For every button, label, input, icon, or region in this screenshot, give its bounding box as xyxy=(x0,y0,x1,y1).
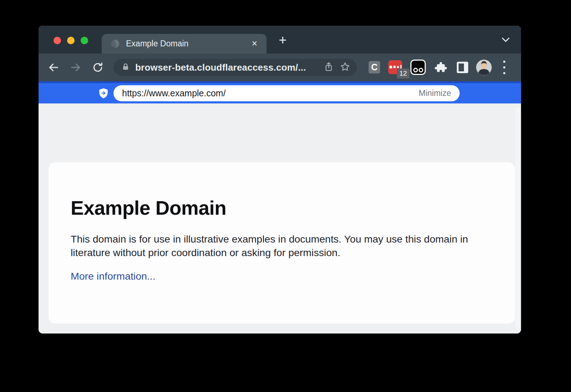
traffic-lights xyxy=(54,37,88,44)
lock-icon xyxy=(121,62,130,72)
globe-favicon-icon xyxy=(110,39,120,49)
forward-button[interactable] xyxy=(68,60,84,75)
address-bar-url[interactable]: browser-beta.cloudflareaccess.com/... xyxy=(135,62,319,73)
scrollbar[interactable] xyxy=(515,107,520,329)
tab-strip: Example Domain × + xyxy=(39,26,521,54)
extension-c-icon[interactable]: C xyxy=(369,61,380,73)
remote-url-input[interactable]: https://www.example.com/ Minimize xyxy=(113,85,460,101)
remote-url-value[interactable]: https://www.example.com/ xyxy=(122,88,419,98)
profile-avatar[interactable] xyxy=(476,60,492,75)
bookmark-star-icon[interactable] xyxy=(340,61,350,73)
tab-example-domain[interactable]: Example Domain × xyxy=(102,34,267,54)
zoom-window-button[interactable] xyxy=(81,37,88,44)
new-tab-button[interactable]: + xyxy=(276,33,290,47)
close-window-button[interactable] xyxy=(54,37,61,44)
page-viewport: Example Domain This domain is for use in… xyxy=(39,103,521,334)
page-paragraph: This domain is for use in illustrative e… xyxy=(71,232,481,259)
browser-menu-icon[interactable] xyxy=(502,61,506,74)
reload-button[interactable] xyxy=(90,60,106,75)
side-panel-icon[interactable] xyxy=(457,62,468,73)
browser-toolbar: browser-beta.cloudflareaccess.com/... C … xyxy=(39,54,521,81)
minimize-window-button[interactable] xyxy=(67,37,75,44)
browser-window: Example Domain × + xyxy=(39,26,521,334)
tab-search-chevron-icon[interactable] xyxy=(500,36,511,44)
tab-close-icon[interactable]: × xyxy=(251,39,258,49)
address-bar[interactable]: browser-beta.cloudflareaccess.com/... xyxy=(113,59,357,76)
remote-browser-bar: https://www.example.com/ Minimize xyxy=(39,81,521,103)
extension-goggles-icon[interactable] xyxy=(410,60,426,75)
page-title: Example Domain xyxy=(71,197,490,219)
content-card: Example Domain This domain is for use in… xyxy=(49,162,515,324)
share-icon[interactable] xyxy=(323,61,334,73)
extensions-puzzle-icon[interactable] xyxy=(435,61,448,74)
side-panel-icon-inner xyxy=(459,63,464,71)
more-information-link[interactable]: More information... xyxy=(71,270,156,282)
shield-arrow-icon xyxy=(98,88,108,99)
back-button[interactable] xyxy=(46,60,61,75)
extension-badge-count: 12 xyxy=(397,68,409,78)
tab-title: Example Domain xyxy=(126,39,251,49)
minimize-bar-button[interactable]: Minimize xyxy=(419,88,451,98)
